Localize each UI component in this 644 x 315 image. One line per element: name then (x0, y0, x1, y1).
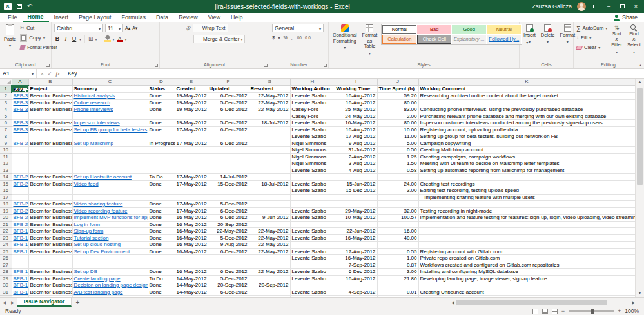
cell-I29[interactable]: 16-Aug-2012 (335, 275, 377, 282)
cell-D7[interactable]: Done (148, 126, 175, 133)
cell-I3[interactable]: 16-Aug-2012 (335, 99, 377, 106)
cell-F24[interactable]: 9-Aug-2012 (208, 242, 249, 249)
cell-E5[interactable] (175, 113, 208, 120)
row-header-18[interactable]: 18 (0, 201, 12, 208)
cell-C31[interactable]: A/B test landing page (72, 289, 148, 296)
cell-B20[interactable]: Beem for Business (28, 215, 72, 222)
normal-view-icon[interactable] (532, 309, 538, 314)
cell-B30[interactable]: Beem for Business (28, 282, 72, 289)
cell-G18[interactable] (249, 201, 290, 208)
cell-J9[interactable]: 5.00 (377, 140, 418, 147)
cell-B13[interactable] (28, 167, 72, 174)
cell-E17[interactable] (175, 194, 208, 201)
cell-D25[interactable]: Done (148, 248, 175, 255)
cell-H8[interactable]: Levente Szabo (290, 133, 335, 140)
cell-B23[interactable]: Beem for Business (28, 234, 72, 242)
cell-A28[interactable]: BFB-15 (12, 269, 28, 276)
undo-icon[interactable]: ↶ (27, 3, 32, 10)
cell-D13[interactable] (148, 167, 175, 174)
cell-E15[interactable]: 17-May-2012 (175, 180, 208, 187)
bottom-align-icon[interactable] (178, 26, 184, 30)
row-header-6[interactable]: 6 (0, 120, 12, 127)
underline-button[interactable]: U (71, 35, 77, 42)
cell-B22[interactable]: Beem for Business (28, 228, 72, 235)
cell-C28[interactable]: Set up DB (72, 269, 148, 276)
cell-H9[interactable]: Nigel Simmons (290, 140, 335, 147)
cell-G17[interactable] (249, 194, 290, 201)
cell-D16[interactable] (148, 187, 175, 195)
cell-E19[interactable]: 17-May-2012 (175, 207, 208, 215)
cell-D10[interactable] (148, 147, 175, 154)
collapse-ribbon-icon[interactable] (639, 62, 641, 67)
cell-J25[interactable]: 0.55 (377, 248, 418, 255)
cell-B10[interactable] (28, 147, 72, 154)
cell-E27[interactable] (175, 262, 208, 269)
cell-K2[interactable]: Researching archived online content abou… (418, 93, 635, 100)
cell-J18[interactable] (377, 201, 418, 208)
format-as-table-button[interactable]: Format as Table (361, 24, 379, 57)
cell-H10[interactable]: Nigel Simmons (290, 147, 335, 154)
cell-J21[interactable] (377, 221, 418, 228)
cell-D29[interactable]: To Do (148, 275, 175, 282)
cell-D19[interactable]: Done (148, 207, 175, 215)
insert-function-button[interactable]: fx (55, 70, 60, 77)
cell-I6[interactable]: 16-May-2012 (335, 120, 377, 127)
sort-filter-button[interactable]: Sort & Filter (610, 24, 623, 55)
cell-H7[interactable]: Levente Szabo (290, 126, 335, 133)
percent-style-button[interactable]: % (283, 35, 288, 41)
cell-E26[interactable] (175, 255, 208, 262)
cell-D20[interactable]: Done (148, 215, 175, 222)
column-header-f[interactable]: F (208, 79, 249, 86)
find-select-button[interactable]: Find & Select (626, 24, 642, 55)
cell-F26[interactable] (208, 255, 249, 262)
cell-E1[interactable]: Created (175, 86, 208, 93)
cell-G15[interactable]: 18-Jul-2012 (249, 180, 290, 187)
cell-E16[interactable] (175, 187, 208, 195)
cell-J4[interactable]: 83.00 (377, 106, 418, 113)
cell-H24[interactable] (290, 242, 335, 249)
increase-decimal-icon[interactable] (296, 35, 302, 41)
cell-H18[interactable] (290, 201, 335, 208)
cell-B16[interactable] (28, 187, 72, 195)
cell-C18[interactable]: Video sharing feature (72, 201, 148, 208)
column-header-h[interactable]: H (290, 79, 335, 86)
cell-G13[interactable] (249, 167, 290, 174)
cell-F17[interactable] (208, 194, 249, 201)
tab-file[interactable]: File (3, 13, 23, 22)
row-header-15[interactable]: 15 (0, 180, 12, 187)
cell-C26[interactable] (72, 255, 148, 262)
horizontal-scrollbar[interactable]: ◀ ▶ (451, 299, 635, 306)
font-color-icon[interactable] (117, 35, 123, 42)
cell-J15[interactable]: 24.00 (377, 180, 418, 187)
cell-F28[interactable]: 6-Dec-2012 (208, 269, 249, 276)
cell-J19[interactable]: 32.00 (377, 207, 418, 215)
cell-D5[interactable] (148, 113, 175, 120)
cell-F25[interactable]: 6-Dec-2012 (208, 248, 249, 255)
row-header-21[interactable]: 21 (0, 221, 12, 228)
cell-B2[interactable]: Beem for Business (28, 93, 72, 100)
cell-H13[interactable]: Levente Szabo (290, 167, 335, 174)
cell-F18[interactable]: 5-Dec-2012 (208, 201, 249, 208)
cell-E14[interactable]: 17-May-2012 (175, 174, 208, 181)
cell-C1[interactable]: Summary (72, 86, 148, 93)
cell-H2[interactable]: Levente Szabo (290, 93, 335, 100)
cell-K22[interactable] (418, 228, 635, 235)
cell-G29[interactable] (249, 275, 290, 282)
cell-J16[interactable]: 3.00 (377, 187, 418, 195)
align-right-icon[interactable] (178, 37, 184, 41)
cell-A11[interactable] (12, 153, 28, 160)
row-header-22[interactable]: 22 (0, 228, 12, 235)
cell-I20[interactable]: 10-May-2012 (335, 215, 377, 222)
cell-F5[interactable] (208, 113, 249, 120)
cell-C22[interactable]: Sign-up form (72, 228, 148, 235)
cell-E22[interactable]: 16-May-2012 (175, 228, 208, 235)
cell-I5[interactable]: 24-May-2012 (335, 113, 377, 120)
cell-D30[interactable]: Done (148, 282, 175, 289)
cell-K24[interactable] (418, 242, 635, 249)
select-all-button[interactable] (0, 79, 12, 86)
cell-C27[interactable] (72, 262, 148, 269)
restore-button[interactable] (618, 0, 627, 13)
cell-B14[interactable]: Beem for Business (28, 174, 72, 181)
vertical-scroll-thumb[interactable] (637, 88, 643, 185)
cell-B24[interactable]: Beem for Business (28, 242, 72, 249)
